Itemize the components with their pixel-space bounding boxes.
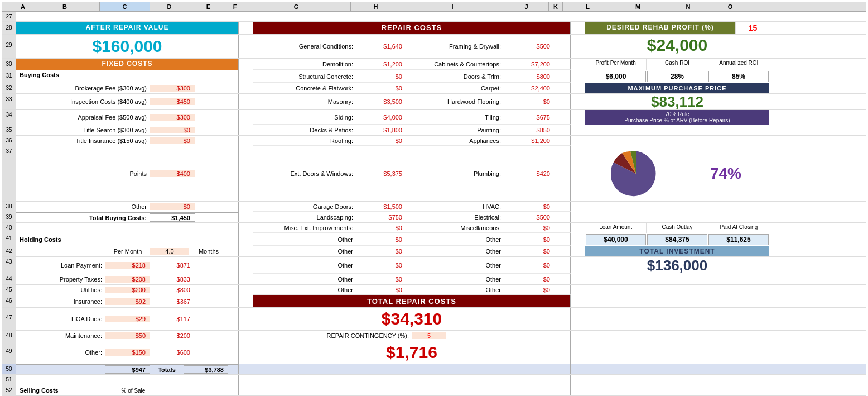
row-46-num: 46 (2, 295, 16, 307)
repair-contingency-pct[interactable]: 5 (412, 332, 446, 339)
rc-concrete-flatwork-value[interactable]: $0 (356, 85, 407, 92)
rc-structural-value[interactable]: $0 (356, 73, 407, 80)
rc-ext-doors-value[interactable]: $5,375 (356, 170, 407, 177)
rc-misc-ext-value[interactable]: $0 (356, 225, 407, 231)
col-i-header: I (401, 2, 504, 11)
row-37-num: 37 (2, 146, 16, 201)
rc-decks-patios-value[interactable]: $1,800 (356, 127, 407, 133)
points-label: Points (16, 170, 150, 177)
rc-cabinets-value[interactable]: $7,200 (504, 61, 554, 68)
title-search-value[interactable]: $0 (150, 127, 195, 133)
rc-painting-label: Painting: (407, 127, 504, 133)
rc-carpet-value[interactable]: $2,400 (504, 85, 554, 92)
title-search-label: Title Search ($300 avg) (16, 127, 150, 133)
loan-payment-per-month[interactable]: $218 (105, 262, 150, 269)
row-42-num: 42 (2, 246, 16, 256)
rc-roofing-value[interactable]: $0 (356, 137, 407, 144)
hoa-dues-label: HOA Dues: (16, 316, 105, 322)
holding-total-per-month: $947 (105, 365, 150, 374)
selling-costs-subheader: Selling Costs (16, 386, 105, 395)
property-taxes-per-month[interactable]: $208 (105, 276, 150, 283)
holding-total-value: $3,788 (184, 365, 228, 374)
brokerage-fee-value[interactable]: $300 (150, 85, 195, 92)
rc-decks-patios-label: Decks & Patios: (253, 127, 356, 133)
rc-other3r-value[interactable]: $0 (504, 262, 554, 269)
rc-other1-label: Other (253, 236, 356, 243)
rc-plumbing-value[interactable]: $420 (504, 170, 554, 177)
maintenance-total: $200 (150, 332, 195, 339)
rc-demolition-value[interactable]: $1,200 (356, 61, 407, 68)
col-m-header: M (613, 2, 663, 11)
rc-siding-value[interactable]: $4,000 (356, 114, 407, 121)
profit-per-month-value: $6,000 (586, 71, 646, 82)
fixed-costs-header: FIXED COSTS (16, 59, 239, 70)
col-l-header: L (563, 2, 613, 11)
col-o-header: O (713, 2, 747, 11)
appraisal-fee-value[interactable]: $300 (150, 114, 195, 121)
pie-chart (611, 149, 661, 199)
rc-other2-value[interactable]: $0 (356, 248, 407, 255)
max-purchase-price-value: $83,112 (585, 94, 769, 109)
other-holding-per-month[interactable]: $150 (105, 349, 150, 356)
rc-other3-label: Other (253, 262, 356, 269)
rc-tiling-value[interactable]: $675 (504, 114, 554, 121)
rc-masonry-value[interactable]: $3,500 (356, 98, 407, 105)
desired-rehab-profit-pct[interactable]: 15 (736, 22, 769, 34)
rule-70-info: 70% Rule Purchase Price % of ARV (Before… (585, 110, 769, 125)
rc-doors-trim-label: Doors & Trim: (407, 73, 504, 80)
rc-garage-doors-value[interactable]: $1,500 (356, 203, 407, 210)
rc-appliances-value[interactable]: $1,200 (504, 137, 554, 144)
rc-framing-drywall-value[interactable]: $500 (504, 43, 554, 50)
rc-hardwood-label: Hardwood Flooring: (407, 98, 504, 105)
rc-landscaping-value[interactable]: $750 (356, 214, 407, 221)
maintenance-per-month[interactable]: $50 (105, 332, 150, 339)
rc-other1-value[interactable]: $0 (356, 236, 407, 243)
rc-hvac-value[interactable]: $0 (504, 203, 554, 210)
row-45-num: 45 (2, 285, 16, 295)
rc-electrical-value[interactable]: $500 (504, 214, 554, 221)
rc-plumbing-label: Plumbing: (407, 170, 504, 177)
col-b-header: B (30, 2, 100, 11)
rc-other2r-value[interactable]: $0 (504, 248, 554, 255)
hoa-dues-per-month[interactable]: $29 (105, 316, 150, 322)
inspection-costs-value[interactable]: $450 (150, 98, 195, 105)
rc-other4r-value[interactable]: $0 (504, 276, 554, 283)
title-insurance-label: Title Insurance ($150 avg) (16, 137, 150, 144)
title-insurance-value[interactable]: $0 (150, 137, 195, 144)
rc-painting-value[interactable]: $850 (504, 127, 554, 133)
utilities-label: Utilities: (16, 287, 105, 293)
rc-other3r-label: Other (407, 262, 504, 269)
rc-other1r-value[interactable]: $0 (504, 236, 554, 243)
rc-other5-value[interactable]: $0 (356, 287, 407, 293)
months-label: Months (189, 248, 228, 255)
holding-months-value[interactable]: 4.0 (150, 248, 189, 255)
rc-appliances-label: Appliances: (407, 137, 504, 144)
rc-other4-value[interactable]: $0 (356, 276, 407, 283)
cash-roi-label: Cash ROI (647, 59, 708, 70)
repair-costs-header: REPAIR COSTS (253, 22, 571, 34)
desired-rehab-profit-header: DESIRED REHAB PROFIT (%) (585, 22, 736, 34)
rc-roofing-label: Roofing: (253, 137, 356, 144)
rc-other2r-label: Other (407, 248, 504, 255)
rc-miscellaneous-label: Miscellaneous: (407, 225, 504, 231)
rc-hardwood-value[interactable]: $0 (504, 98, 554, 105)
rc-other3-value[interactable]: $0 (356, 262, 407, 269)
buying-other-value[interactable]: $0 (150, 203, 195, 210)
buying-other-label: Other (16, 203, 150, 210)
points-value[interactable]: $400 (150, 170, 195, 177)
property-taxes-total: $833 (150, 276, 195, 283)
rc-siding-label: Siding: (253, 114, 356, 121)
utilities-per-month[interactable]: $200 (105, 287, 150, 293)
rc-other5r-value[interactable]: $0 (504, 287, 554, 293)
insurance-per-month[interactable]: $92 (105, 298, 150, 305)
rc-doors-trim-value[interactable]: $800 (504, 73, 554, 80)
annualized-roi-value: 85% (708, 71, 769, 82)
total-investment-header: TOTAL INVESTMENT (585, 246, 769, 256)
row-48-num: 48 (2, 331, 16, 341)
row-52-num: 52 (2, 385, 16, 395)
rc-general-conditions-value[interactable]: $1,640 (356, 43, 407, 50)
rc-garage-doors-label: Garage Doors: (253, 203, 356, 210)
row-43-num: 43 (2, 257, 16, 274)
rc-miscellaneous-value[interactable]: $0 (504, 225, 554, 231)
arv-value: $160,000 (16, 35, 239, 58)
